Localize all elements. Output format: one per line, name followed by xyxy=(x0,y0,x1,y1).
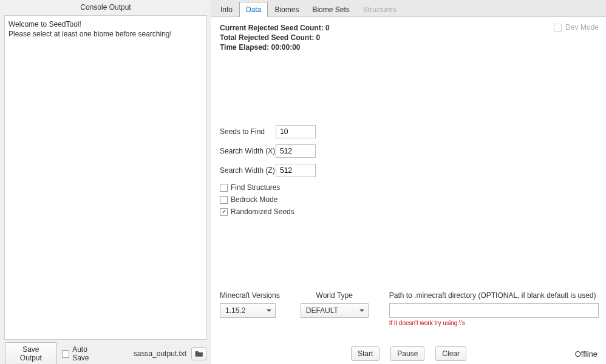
path-group: Path to .minecraft directory (OPTIONAL, … xyxy=(389,291,599,326)
dev-mode-checkbox[interactable]: Dev Mode xyxy=(554,23,599,32)
console-title: Console Output xyxy=(0,0,211,15)
data-tab-content: Current Rejected Seed Count: 0 Total Rej… xyxy=(211,17,606,364)
tab-info[interactable]: Info xyxy=(214,2,239,17)
seeds-to-find-input[interactable] xyxy=(276,125,316,138)
dev-mode-label: Dev Mode xyxy=(565,23,599,32)
tab-bar: Info Data Biomes Biome Sets Structures xyxy=(211,0,606,17)
checkbox-icon xyxy=(554,24,562,32)
chevron-down-icon xyxy=(359,309,364,312)
start-button[interactable]: Start xyxy=(351,346,380,361)
total-rejected-value: 0 xyxy=(316,33,320,42)
path-note: If it doesn't work try using \'s xyxy=(389,320,599,326)
bedrock-mode-checkbox[interactable]: Bedrock Mode xyxy=(220,195,597,204)
world-type-select[interactable]: DEFAULT xyxy=(301,303,369,318)
output-filename: sassa_output.txt xyxy=(134,349,186,358)
versions-select[interactable]: 1.15.2 xyxy=(220,303,276,318)
versions-value: 1.15.2 xyxy=(225,306,245,315)
time-elapsed-label: Time Elapsed: xyxy=(220,43,269,52)
search-form: Seeds to Find Search Width (X) Search Wi… xyxy=(220,125,597,216)
search-width-x-label: Search Width (X) xyxy=(220,147,276,155)
find-structures-label: Find Structures xyxy=(231,183,280,192)
tab-structures: Structures xyxy=(356,2,403,17)
world-type-label: World Type xyxy=(316,291,353,300)
tab-biome-sets[interactable]: Biome Sets xyxy=(305,2,356,17)
search-width-x-input[interactable] xyxy=(276,144,316,158)
checkbox-icon xyxy=(62,350,69,358)
bedrock-mode-label: Bedrock Mode xyxy=(231,195,277,204)
action-row: Start Pause Clear Offline xyxy=(211,343,606,364)
tab-biomes[interactable]: Biomes xyxy=(268,2,305,17)
auto-save-checkbox[interactable]: Auto Save xyxy=(62,345,104,362)
checkbox-icon xyxy=(220,184,228,192)
console-pane: Console Output Welcome to SeedTool! Plea… xyxy=(0,0,211,364)
main-pane: Info Data Biomes Biome Sets Structures C… xyxy=(211,0,606,364)
path-label: Path to .minecraft directory (OPTIONAL, … xyxy=(389,291,599,300)
status-label: Offline xyxy=(575,349,597,359)
save-output-button[interactable]: Save Output xyxy=(5,342,57,364)
total-rejected-row: Total Rejected Seed Count: 0 xyxy=(220,33,597,42)
checkbox-icon xyxy=(220,196,228,204)
checkbox-icon xyxy=(220,208,228,216)
pause-button[interactable]: Pause xyxy=(390,346,424,361)
console-footer: Save Output Auto Save sassa_output.txt xyxy=(0,343,211,364)
stats-block: Current Rejected Seed Count: 0 Total Rej… xyxy=(220,23,597,52)
console-output: Welcome to SeedTool! Please select at le… xyxy=(4,15,207,340)
console-line: Please select at least one biome before … xyxy=(9,29,203,39)
time-elapsed-row: Time Elapsed: 00:00:00 xyxy=(220,42,597,52)
browse-folder-button[interactable] xyxy=(191,347,206,360)
versions-label: Minecraft Versions xyxy=(220,291,280,300)
current-rejected-row: Current Rejected Seed Count: 0 xyxy=(220,23,597,33)
world-type-group: World Type DEFAULT xyxy=(301,291,369,318)
total-rejected-label: Total Rejected Seed Count: xyxy=(220,33,314,42)
seeds-to-find-label: Seeds to Find xyxy=(220,127,276,136)
bottom-options: Minecraft Versions 1.15.2 World Type DEF… xyxy=(220,291,599,326)
auto-save-label: Auto Save xyxy=(72,345,104,362)
world-type-value: DEFAULT xyxy=(306,306,338,315)
chevron-down-icon xyxy=(267,309,271,312)
clear-button[interactable]: Clear xyxy=(435,346,466,361)
tab-data[interactable]: Data xyxy=(239,2,268,17)
find-structures-checkbox[interactable]: Find Structures xyxy=(220,183,597,192)
versions-group: Minecraft Versions 1.15.2 xyxy=(220,291,280,318)
time-elapsed-value: 00:00:00 xyxy=(271,43,300,52)
current-rejected-value: 0 xyxy=(325,24,330,32)
path-input[interactable] xyxy=(389,303,599,318)
current-rejected-label: Current Rejected Seed Count: xyxy=(220,24,324,32)
randomized-seeds-label: Randomized Seeds xyxy=(231,207,294,216)
folder-icon xyxy=(195,350,203,357)
console-line: Welcome to SeedTool! xyxy=(9,19,203,29)
search-width-z-label: Search Width (Z) xyxy=(220,166,276,175)
search-width-z-input[interactable] xyxy=(276,164,316,177)
randomized-seeds-checkbox[interactable]: Randomized Seeds xyxy=(220,207,597,216)
